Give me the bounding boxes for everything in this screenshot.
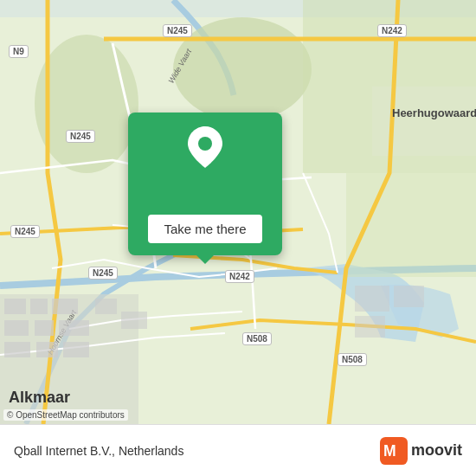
svg-rect-23 bbox=[394, 286, 424, 307]
svg-point-28 bbox=[198, 137, 212, 151]
moovit-text: moovit bbox=[411, 441, 462, 460]
road-label-n242-1: N242 bbox=[377, 24, 407, 37]
svg-rect-19 bbox=[63, 342, 89, 357]
svg-rect-22 bbox=[355, 286, 389, 312]
map-attribution: © OpenStreetMap contributors bbox=[3, 409, 128, 421]
location-pin-overlay bbox=[186, 125, 224, 170]
svg-rect-18 bbox=[36, 342, 58, 357]
road-label-n245-1: N245 bbox=[163, 24, 192, 37]
svg-rect-20 bbox=[95, 299, 117, 314]
svg-rect-16 bbox=[59, 320, 89, 336]
location-name: Qball Internet B.V., Netherlands bbox=[14, 444, 183, 458]
road-label-n508-2: N508 bbox=[338, 353, 367, 366]
road-label-n245-3: N245 bbox=[10, 225, 40, 238]
road-label-n245-4: N245 bbox=[88, 267, 118, 280]
take-me-there-button[interactable]: Take me there bbox=[148, 215, 261, 243]
svg-text:Alkmaar: Alkmaar bbox=[9, 389, 70, 406]
svg-rect-13 bbox=[52, 299, 78, 314]
road-label-n245-2: N245 bbox=[66, 130, 95, 143]
svg-rect-15 bbox=[35, 320, 54, 336]
map-container: Hoornse Vaart Wide Vaart Heerhugowaard A… bbox=[0, 0, 476, 424]
svg-rect-24 bbox=[355, 316, 385, 338]
moovit-icon: M bbox=[380, 437, 408, 465]
svg-point-2 bbox=[173, 17, 312, 121]
moovit-logo: M moovit bbox=[380, 437, 462, 465]
svg-rect-11 bbox=[4, 299, 26, 314]
svg-text:M: M bbox=[383, 442, 396, 460]
road-label-n9: N9 bbox=[9, 45, 29, 58]
svg-rect-17 bbox=[4, 342, 30, 357]
svg-rect-12 bbox=[30, 299, 48, 314]
road-label-n508-1: N508 bbox=[242, 332, 272, 345]
svg-rect-21 bbox=[121, 312, 147, 329]
svg-text:Heerhugowaard: Heerhugowaard bbox=[392, 106, 476, 119]
road-label-n242-2: N242 bbox=[225, 270, 254, 283]
bottom-bar: Qball Internet B.V., Netherlands M moovi… bbox=[0, 424, 476, 476]
svg-rect-14 bbox=[4, 320, 29, 336]
svg-point-3 bbox=[35, 35, 138, 173]
svg-rect-6 bbox=[372, 87, 476, 156]
popup-card: Take me there bbox=[128, 113, 282, 255]
location-info: Qball Internet B.V., Netherlands bbox=[14, 444, 183, 458]
